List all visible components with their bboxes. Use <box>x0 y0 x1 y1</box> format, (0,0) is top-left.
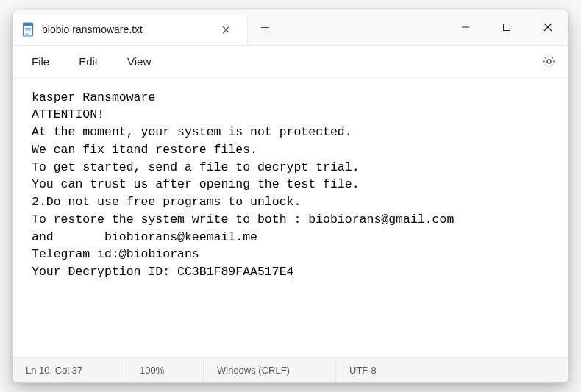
notepad-window: biobio ransmoware.txt File Edit View <box>12 10 569 383</box>
titlebar-drag-area[interactable] <box>276 10 445 45</box>
tab-close-button[interactable] <box>215 18 237 40</box>
minimize-button[interactable] <box>445 10 486 45</box>
line: and biobiorans@keemail.me <box>32 230 257 244</box>
line: We can fix itand restore files. <box>32 143 257 157</box>
svg-rect-1 <box>24 23 33 26</box>
line: kasper Ransmoware <box>32 90 155 104</box>
menu-file[interactable]: File <box>18 51 63 72</box>
titlebar: biobio ransmoware.txt <box>13 10 568 46</box>
menubar: File Edit View <box>13 46 568 79</box>
text-editor-area[interactable]: kasper Ransmoware ATTENTION! At the mome… <box>13 79 568 357</box>
status-encoding[interactable]: UTF-8 <box>336 358 417 382</box>
statusbar: Ln 10, Col 37 100% Windows (CRLF) UTF-8 <box>13 357 568 382</box>
line: To restore the system write to both : bi… <box>32 213 454 227</box>
close-window-button[interactable] <box>527 10 568 45</box>
window-controls <box>445 10 568 45</box>
settings-button[interactable] <box>535 48 563 76</box>
line: 2.Do not use free programs to unlock. <box>32 195 301 209</box>
menu-edit[interactable]: Edit <box>65 51 111 72</box>
svg-rect-11 <box>504 24 510 31</box>
new-tab-button[interactable] <box>254 16 276 38</box>
notepad-icon <box>21 21 35 38</box>
text-caret <box>293 265 293 279</box>
status-zoom[interactable]: 100% <box>126 358 204 382</box>
line: You can trust us after opening the test … <box>32 177 360 191</box>
status-eol[interactable]: Windows (CRLF) <box>204 358 336 382</box>
menu-view[interactable]: View <box>114 51 164 72</box>
line: To get started, send a file to decrypt t… <box>32 160 360 174</box>
status-position[interactable]: Ln 10, Col 37 <box>13 358 126 382</box>
line: Telegram id:@biobiorans <box>32 247 199 261</box>
tab-title: biobio ransmoware.txt <box>42 24 207 35</box>
line: Your Decryption ID: CC3B1F89FAA517E4 <box>32 265 293 279</box>
document-tab[interactable]: biobio ransmoware.txt <box>13 15 248 45</box>
line: ATTENTION! <box>32 107 104 121</box>
line: At the moment, your system is not protec… <box>32 125 352 139</box>
svg-point-14 <box>546 60 550 63</box>
maximize-button[interactable] <box>486 10 527 45</box>
